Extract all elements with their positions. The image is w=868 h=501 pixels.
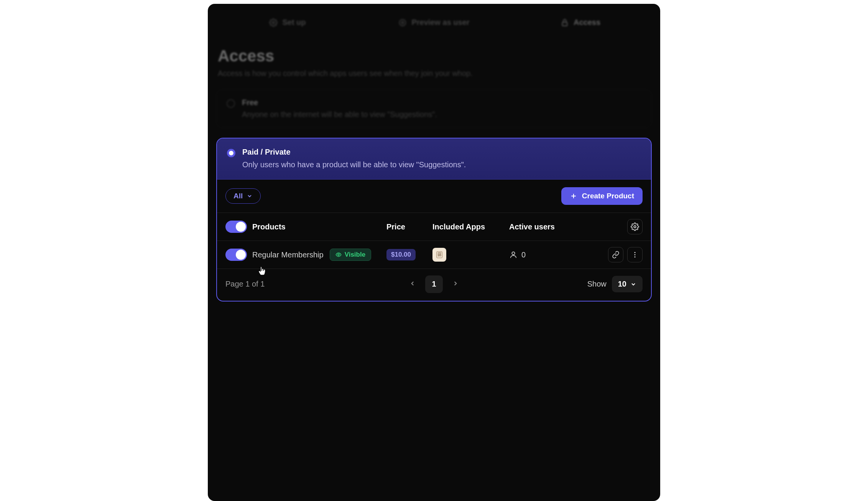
svg-rect-3 bbox=[562, 22, 567, 26]
visibility-label: Visible bbox=[345, 251, 366, 259]
paid-access-option[interactable]: Paid / Private Only users who have a pro… bbox=[217, 138, 651, 180]
more-actions-button[interactable] bbox=[627, 247, 643, 262]
paid-option-description: Only users who have a product will be ab… bbox=[242, 160, 466, 169]
prev-page-button[interactable] bbox=[407, 278, 418, 291]
table-settings-button[interactable] bbox=[627, 219, 643, 234]
svg-point-0 bbox=[273, 21, 275, 24]
lock-icon bbox=[561, 18, 569, 27]
link-icon bbox=[612, 251, 620, 259]
page-size-value: 10 bbox=[618, 280, 626, 288]
master-toggle[interactable] bbox=[225, 221, 247, 233]
svg-rect-8 bbox=[437, 252, 442, 258]
product-toggle[interactable] bbox=[225, 249, 247, 261]
app-window: Set up Preview as user Access Access Acc… bbox=[208, 4, 660, 501]
tab-setup[interactable]: Set up bbox=[216, 13, 359, 31]
current-page-number[interactable]: 1 bbox=[425, 275, 443, 293]
page-title: Access bbox=[218, 47, 652, 65]
plus-icon bbox=[570, 192, 577, 200]
svg-point-7 bbox=[338, 254, 339, 255]
dimmed-background: Set up Preview as user Access Access Acc… bbox=[216, 13, 652, 128]
chevron-down-icon bbox=[247, 193, 253, 199]
free-access-option[interactable]: Free Anyone on the internet will be able… bbox=[216, 89, 652, 128]
column-header-products: Products bbox=[252, 222, 386, 231]
products-table-header: Products Price Included Apps Active user… bbox=[217, 213, 651, 241]
table-row: Regular Membership Visible $10.00 0 bbox=[217, 241, 651, 269]
product-name: Regular Membership bbox=[252, 250, 324, 259]
pager: 1 bbox=[407, 275, 461, 293]
create-product-label: Create Product bbox=[582, 192, 634, 200]
active-users-cell: 0 bbox=[509, 250, 600, 259]
column-header-users: Active users bbox=[509, 222, 600, 231]
page-info: Page 1 of 1 bbox=[225, 280, 265, 288]
tab-bar: Set up Preview as user Access bbox=[216, 13, 652, 31]
eye-icon bbox=[398, 18, 407, 27]
tab-access[interactable]: Access bbox=[509, 13, 652, 31]
copy-link-button[interactable] bbox=[608, 247, 623, 262]
paid-option-title: Paid / Private bbox=[242, 148, 466, 157]
visibility-badge: Visible bbox=[330, 249, 372, 261]
create-product-button[interactable]: Create Product bbox=[561, 187, 643, 205]
tab-preview-label: Preview as user bbox=[411, 18, 469, 27]
gear-icon bbox=[631, 222, 639, 231]
price-badge: $10.00 bbox=[386, 249, 416, 260]
svg-point-1 bbox=[399, 19, 406, 26]
chevron-left-icon bbox=[409, 280, 416, 287]
chevron-down-icon bbox=[630, 281, 636, 287]
page-subtitle: Access is how you control which apps use… bbox=[218, 69, 652, 78]
radio-selected-icon bbox=[227, 149, 235, 157]
column-header-apps: Included Apps bbox=[432, 222, 509, 231]
next-page-button[interactable] bbox=[450, 278, 461, 291]
pagination-bar: Page 1 of 1 1 Show 10 bbox=[217, 269, 651, 301]
tab-access-label: Access bbox=[574, 18, 600, 27]
chevron-right-icon bbox=[452, 280, 459, 287]
svg-point-10 bbox=[635, 252, 636, 253]
filter-label: All bbox=[233, 192, 243, 200]
svg-point-6 bbox=[634, 226, 636, 228]
free-option-title: Free bbox=[242, 98, 437, 107]
svg-point-11 bbox=[635, 254, 636, 255]
user-icon bbox=[509, 250, 518, 259]
tab-preview[interactable]: Preview as user bbox=[363, 13, 505, 31]
show-label: Show bbox=[587, 280, 607, 288]
page-size-dropdown[interactable]: 10 bbox=[612, 276, 643, 292]
active-users-count: 0 bbox=[521, 250, 526, 259]
free-option-description: Anyone on the internet will be able to v… bbox=[242, 110, 437, 119]
tab-setup-label: Set up bbox=[282, 18, 306, 27]
column-header-price: Price bbox=[386, 222, 432, 231]
filter-dropdown[interactable]: All bbox=[225, 188, 261, 204]
more-vertical-icon bbox=[631, 251, 639, 259]
gear-icon bbox=[269, 18, 278, 27]
svg-point-12 bbox=[635, 256, 636, 257]
svg-point-9 bbox=[512, 252, 515, 255]
svg-point-2 bbox=[402, 21, 404, 24]
paid-access-panel: Paid / Private Only users who have a pro… bbox=[216, 138, 652, 302]
notes-icon bbox=[435, 250, 444, 259]
page-header: Access Access is how you control which a… bbox=[216, 47, 652, 78]
products-toolbar: All Create Product bbox=[217, 180, 651, 213]
eye-icon bbox=[335, 252, 342, 258]
app-thumbnail bbox=[432, 248, 446, 262]
radio-unselected-icon bbox=[227, 99, 235, 108]
